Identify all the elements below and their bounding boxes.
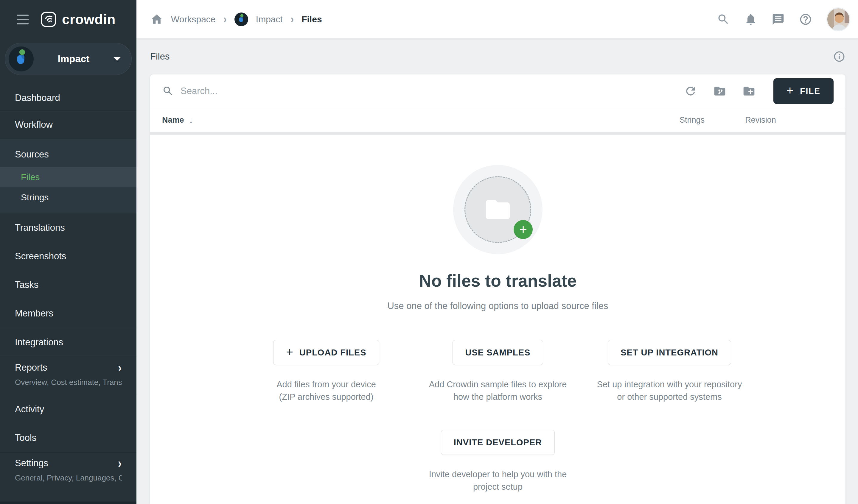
sidebar-section-sources: Sources Files Strings <box>0 139 137 213</box>
files-toolbar: + FILE <box>150 75 845 108</box>
chevron-right-icon: › <box>118 361 122 374</box>
home-icon[interactable] <box>150 13 163 26</box>
folder-icon <box>480 195 516 224</box>
dashed-circle: + <box>464 176 531 243</box>
topbar: Workspace › Impact › Files <box>137 0 858 39</box>
table-divider <box>150 132 845 135</box>
empty-folder-illustration: + <box>453 165 542 254</box>
topbar-icons <box>717 7 850 31</box>
sidebar-item-screenshots[interactable]: Screenshots <box>0 242 137 271</box>
user-avatar-image <box>827 8 850 31</box>
search-icon[interactable] <box>717 13 730 26</box>
sidebar-nav: Dashboard Workflow Sources Files Strings… <box>0 86 137 502</box>
add-files-plus-icon[interactable]: + <box>513 220 533 239</box>
chevron-down-icon <box>113 57 121 61</box>
setup-integration-option: SET UP INTEGRATION Set up integration wi… <box>592 340 747 403</box>
content: Files + FILE <box>137 39 858 504</box>
empty-state-subtitle: Use one of the following options to uplo… <box>387 301 608 311</box>
empty-state-title: No files to translate <box>419 271 577 291</box>
breadcrumb-workspace[interactable]: Workspace <box>171 14 216 25</box>
use-samples-button[interactable]: USE SAMPLES <box>452 340 543 365</box>
messages-icon[interactable] <box>772 13 785 26</box>
notifications-icon[interactable] <box>744 13 757 26</box>
search-input[interactable] <box>180 86 677 96</box>
files-table-header: Name ↓ Strings Revision <box>150 108 845 132</box>
files-card: + FILE Name ↓ Strings Revision <box>150 75 845 504</box>
main-area: Workspace › Impact › Files <box>137 0 858 504</box>
sidebar-item-strings[interactable]: Strings <box>0 187 137 208</box>
column-strings[interactable]: Strings <box>658 115 726 125</box>
sidebar-item-reports[interactable]: Reports › Overview, Cost estimate, Trans… <box>0 357 137 395</box>
crowdin-logo-text: crowdin <box>62 11 116 27</box>
sidebar-item-members[interactable]: Members <box>0 299 137 328</box>
chevron-right-icon: › <box>223 12 227 26</box>
column-name[interactable]: Name <box>162 115 184 125</box>
setup-integration-button[interactable]: SET UP INTEGRATION <box>608 340 731 365</box>
sidebar-item-integrations[interactable]: Integrations <box>0 328 137 357</box>
breadcrumb-project-avatar <box>235 13 248 26</box>
invite-developer-section: INVITE DEVELOPER Invite developer to hel… <box>423 430 572 493</box>
sort-descending-icon[interactable]: ↓ <box>189 115 193 125</box>
help-icon[interactable] <box>799 13 812 26</box>
sidebar-item-sources[interactable]: Sources <box>0 142 137 167</box>
upload-files-option: + UPLOAD FILES Add files from your devic… <box>249 340 404 403</box>
invite-developer-button[interactable]: INVITE DEVELOPER <box>441 430 555 455</box>
sidebar-item-files[interactable]: Files <box>0 167 137 187</box>
user-avatar[interactable] <box>826 7 850 31</box>
refresh-icon[interactable] <box>684 84 697 98</box>
upload-options: + UPLOAD FILES Add files from your devic… <box>249 340 747 403</box>
search-icon <box>162 85 174 97</box>
upload-files-button[interactable]: + UPLOAD FILES <box>273 340 379 365</box>
sidebar: crowdin Impact Dashboard Workflow Source… <box>0 0 137 504</box>
info-icon[interactable] <box>833 50 845 63</box>
chevron-right-icon: › <box>290 12 294 26</box>
menu-icon[interactable] <box>17 15 29 25</box>
crowdin-logo[interactable]: crowdin <box>41 11 116 27</box>
column-revision[interactable]: Revision <box>726 115 795 125</box>
use-samples-option: USE SAMPLES Add Crowdin sample files to … <box>420 340 575 403</box>
sidebar-item-activity[interactable]: Activity <box>0 395 137 424</box>
search-bar <box>162 85 677 97</box>
sidebar-item-dashboard[interactable]: Dashboard <box>0 86 137 110</box>
chevron-right-icon: › <box>118 457 122 470</box>
sidebar-bottom-strip <box>0 502 137 504</box>
app-root: crowdin Impact Dashboard Workflow Source… <box>0 0 858 504</box>
sidebar-item-workflow[interactable]: Workflow <box>0 111 137 139</box>
sidebar-item-tasks[interactable]: Tasks <box>0 271 137 299</box>
sidebar-item-settings[interactable]: Settings › General, Privacy, Languages, … <box>0 453 137 490</box>
project-name: Impact <box>34 53 113 65</box>
toolbar-icons <box>684 84 756 98</box>
sidebar-item-tools[interactable]: Tools <box>0 424 137 452</box>
breadcrumb-project[interactable]: Impact <box>256 14 283 25</box>
brand-row: crowdin <box>0 0 137 39</box>
branch-folder-icon[interactable] <box>713 84 726 98</box>
crowdin-logo-icon <box>41 11 57 27</box>
empty-state: + No files to translate Use one of the f… <box>150 135 845 504</box>
invite-developer-description: Invite developer to help you with the pr… <box>423 468 572 493</box>
page-head: Files <box>150 39 845 75</box>
sidebar-item-reports-sublabel: Overview, Cost estimate, Transl… <box>15 378 122 387</box>
add-folder-icon[interactable] <box>742 84 756 98</box>
use-samples-description: Add Crowdin sample files to explore how … <box>420 378 575 403</box>
project-selector[interactable]: Impact <box>5 43 132 75</box>
sidebar-item-settings-sublabel: General, Privacy, Languages, Q… <box>15 473 122 483</box>
setup-integration-description: Set up integration with your repository … <box>592 378 747 403</box>
upload-files-description: Add files from your device (ZIP archives… <box>270 378 383 403</box>
project-avatar <box>9 46 34 71</box>
sidebar-item-translations[interactable]: Translations <box>0 213 137 242</box>
add-file-button[interactable]: + FILE <box>774 78 833 104</box>
breadcrumb-current: Files <box>302 14 322 25</box>
page-title: Files <box>150 51 170 62</box>
breadcrumb: Workspace › Impact › Files <box>150 13 322 26</box>
